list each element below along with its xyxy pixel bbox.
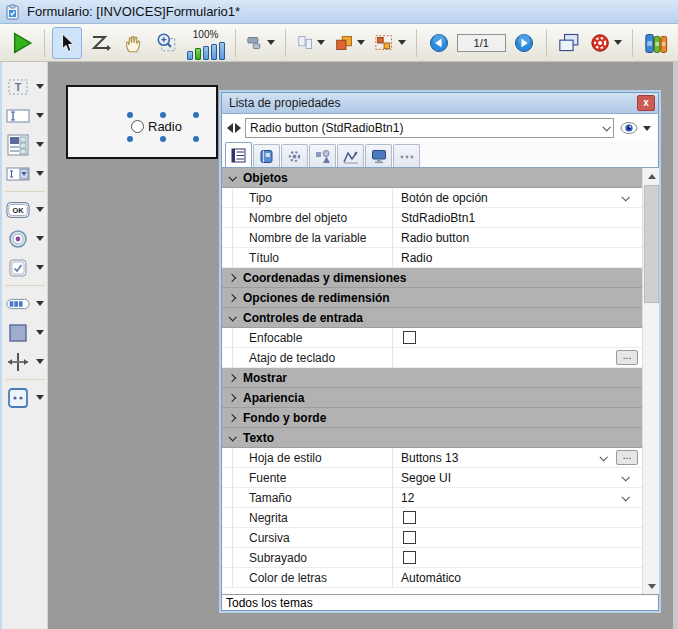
prop-value-dropdown[interactable]: Segoe UI <box>393 468 642 487</box>
prop-value-field[interactable]: Radio button <box>393 228 642 247</box>
scroll-up-button[interactable] <box>643 168 660 184</box>
properties-panel-titlebar[interactable]: Lista de propiedades x <box>221 92 659 114</box>
bring-to-front-menu-button[interactable] <box>331 27 368 59</box>
scroll-down-button[interactable] <box>643 578 660 594</box>
dropdown-arrow-icon[interactable] <box>36 359 44 364</box>
list-box-tool[interactable] <box>3 130 47 159</box>
prev-page-button[interactable] <box>424 27 454 59</box>
align-menu-button[interactable] <box>243 27 278 59</box>
checkbox[interactable] <box>403 511 416 524</box>
prop-row-enfocable: Enfocable <box>221 328 642 348</box>
dropdown-arrow-icon[interactable] <box>36 330 44 335</box>
prev-object-button[interactable] <box>227 123 233 133</box>
scrollbar-thumb[interactable] <box>644 185 659 303</box>
close-button[interactable]: x <box>637 95 655 111</box>
dropdown-arrow-icon[interactable] <box>36 236 44 241</box>
tab-order-tool-button[interactable] <box>85 27 115 59</box>
form-design-canvas[interactable]: Radio <box>66 85 218 159</box>
tab-display[interactable] <box>365 144 392 167</box>
app-window: Formulario: [INVOICES]Formulario1* 100% <box>0 0 678 629</box>
prop-value-dropdown[interactable]: 12 <box>393 488 642 507</box>
section-opciones-redimension[interactable]: Opciones de redimensión <box>221 288 642 308</box>
selection-handle[interactable] <box>127 136 133 142</box>
section-coordenadas[interactable]: Coordenadas y dimensiones <box>221 268 642 288</box>
combo-box-tool[interactable] <box>3 159 47 188</box>
section-mostrar[interactable]: Mostrar <box>221 368 642 388</box>
chevron-down-icon[interactable] <box>621 493 629 501</box>
selection-handle[interactable] <box>193 136 199 142</box>
prop-label: Enfocable <box>233 328 393 347</box>
zoom-level-widget[interactable]: 100% <box>184 26 228 60</box>
section-apariencia[interactable]: Apariencia <box>221 388 642 408</box>
edit-box-tool[interactable] <box>3 101 47 130</box>
checkbox[interactable] <box>403 531 416 544</box>
run-form-button[interactable] <box>6 27 37 59</box>
prop-label: Tipo <box>233 188 393 207</box>
panel-tool[interactable] <box>3 318 47 347</box>
window-titlebar[interactable]: Formulario: [INVOICES]Formulario1* <box>0 0 678 24</box>
dropdown-arrow-icon[interactable] <box>36 301 44 306</box>
tab-events-curve[interactable] <box>337 144 364 167</box>
radio-button-tool[interactable] <box>3 224 47 253</box>
check-box-tool[interactable] <box>3 253 47 282</box>
zoom-tool-button[interactable] <box>151 27 181 59</box>
tab-more[interactable] <box>393 144 420 167</box>
ellipsis-button[interactable]: ... <box>616 350 638 365</box>
prop-label: Título <box>233 248 393 267</box>
selection-handle[interactable] <box>160 112 166 118</box>
selection-handle[interactable] <box>127 112 133 118</box>
svg-text:T: T <box>14 81 21 93</box>
next-object-button[interactable] <box>235 123 241 133</box>
checkbox[interactable] <box>403 551 416 564</box>
prop-value-field[interactable]: ... <box>393 348 642 367</box>
prop-value-field[interactable]: Radio <box>393 248 642 267</box>
pan-tool-button[interactable] <box>118 27 148 59</box>
dropdown-arrow-icon[interactable] <box>36 113 44 118</box>
tab-settings[interactable] <box>281 144 308 167</box>
dropdown-arrow-icon[interactable] <box>36 142 44 147</box>
prop-value-text: Botón de opción <box>401 191 488 205</box>
dropdown-arrow-icon[interactable] <box>36 265 44 270</box>
chevron-down-icon[interactable] <box>621 193 629 201</box>
chevron-down-icon[interactable] <box>599 453 607 461</box>
selection-handle[interactable] <box>160 136 166 142</box>
tab-properties-list[interactable] <box>225 142 252 167</box>
object-selector-combo[interactable]: Radio button (StdRadioBtn1) <box>245 118 614 138</box>
select-tool-button[interactable] <box>52 27 82 59</box>
next-page-button[interactable] <box>509 27 539 59</box>
chevron-down-icon[interactable] <box>621 473 629 481</box>
progress-bar-tool[interactable] <box>3 289 47 318</box>
prop-value-dropdown[interactable]: Botón de opción <box>393 188 642 207</box>
ellipsis-button[interactable]: ... <box>616 450 638 465</box>
chevron-down-icon <box>228 313 236 321</box>
dropdown-arrow-icon[interactable] <box>36 395 44 400</box>
checkbox[interactable] <box>403 331 416 344</box>
tab-objects[interactable] <box>309 144 336 167</box>
dropdown-arrow-icon[interactable] <box>36 84 44 89</box>
push-button-tool[interactable]: OK <box>3 195 47 224</box>
label-tool[interactable]: T <box>3 72 47 101</box>
prop-value-field[interactable]: Automático <box>393 568 642 587</box>
selection-handle[interactable] <box>193 112 199 118</box>
help-books-button[interactable] <box>640 27 672 59</box>
section-objetos[interactable]: Objetos <box>221 168 642 188</box>
prop-value-dropdown[interactable]: Buttons 13 ... <box>393 448 642 467</box>
row-gutter <box>221 208 233 227</box>
size-menu-button[interactable] <box>293 27 328 59</box>
radio-button-widget[interactable]: Radio <box>130 115 196 139</box>
dropdown-arrow-icon[interactable] <box>36 207 44 212</box>
splitter-tool[interactable] <box>3 347 47 376</box>
selection-group-menu-button[interactable] <box>371 27 408 59</box>
section-fondo-borde[interactable]: Fondo y borde <box>221 408 642 428</box>
settings-menu-button[interactable] <box>587 27 624 59</box>
section-texto[interactable]: Texto <box>221 428 642 448</box>
tab-data[interactable] <box>253 144 280 167</box>
prop-row-titulo: Título Radio <box>221 248 642 268</box>
vertical-scrollbar[interactable] <box>642 168 659 594</box>
cascade-windows-button[interactable] <box>554 27 585 59</box>
group-box-tool[interactable] <box>3 383 47 412</box>
visibility-menu-button[interactable] <box>618 121 653 135</box>
section-controles-entrada[interactable]: Controles de entrada <box>221 308 642 328</box>
dropdown-arrow-icon[interactable] <box>36 171 44 176</box>
prop-value-field[interactable]: StdRadioBtn1 <box>393 208 642 227</box>
